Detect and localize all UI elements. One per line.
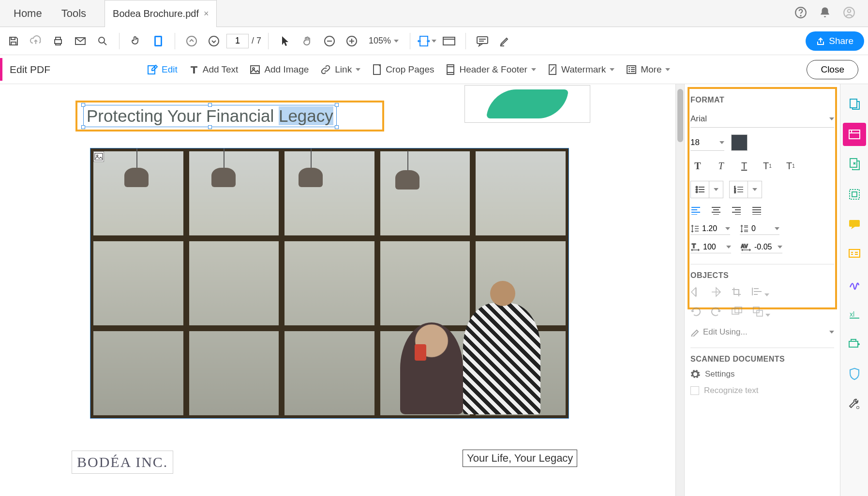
close-button[interactable]: Close: [807, 60, 858, 79]
rotate-cw-button[interactable]: [711, 306, 721, 319]
hand-tool-icon[interactable]: [298, 31, 317, 51]
edit-tool-more[interactable]: More: [626, 64, 670, 75]
edit-pdf-toolbar: Edit PDF Edit Add Text Add Image Link Cr…: [0, 55, 868, 84]
flip-vertical-button[interactable]: [690, 287, 701, 299]
tab-tools[interactable]: Tools: [52, 0, 96, 27]
arrange-button[interactable]: [752, 306, 770, 319]
rail-export-pdf-icon[interactable]: [843, 153, 866, 176]
search-icon[interactable]: [93, 31, 112, 51]
line-spacing-select[interactable]: 1.20: [690, 224, 730, 235]
rail-protect-icon[interactable]: [843, 363, 866, 386]
scrollbar-thumb[interactable]: [677, 89, 683, 142]
horizontal-scale-select[interactable]: T 100: [690, 243, 731, 253]
edit-tool-link[interactable]: Link: [320, 64, 360, 75]
heading-text-box[interactable]: Protecting Your Financial Legacy: [83, 105, 337, 127]
italic-button[interactable]: T: [714, 159, 728, 173]
scanned-settings-button[interactable]: Settings: [690, 369, 834, 379]
print-icon[interactable]: [48, 31, 68, 51]
align-objects-button[interactable]: [751, 287, 769, 299]
selection-handle[interactable]: [81, 125, 85, 129]
vertical-scrollbar[interactable]: [675, 84, 684, 496]
document-canvas[interactable]: Protecting Your Financial Legacy BODÉA I…: [0, 84, 675, 496]
add-text-label: Add Text: [203, 64, 239, 75]
save-icon[interactable]: [4, 31, 23, 51]
edit-tool-header-footer[interactable]: Header & Footer: [446, 64, 536, 75]
crop-object-button[interactable]: [731, 287, 742, 299]
zoom-out-icon[interactable]: [320, 31, 339, 51]
edit-tool-crop[interactable]: Crop Pages: [372, 64, 434, 75]
edit-tool-watermark[interactable]: Watermark: [548, 64, 614, 75]
zoom-select[interactable]: 105%: [364, 35, 403, 46]
bullet-list-button[interactable]: [690, 181, 723, 198]
comment-icon[interactable]: [473, 31, 492, 51]
font-color-swatch[interactable]: [731, 134, 748, 151]
cloud-upload-icon[interactable]: [26, 31, 45, 51]
chevron-down-icon: [778, 246, 782, 248]
font-family-select[interactable]: Arial: [690, 110, 834, 128]
rail-comment-icon[interactable]: [843, 213, 866, 236]
bell-icon[interactable]: [819, 6, 831, 21]
align-justify-button[interactable]: [751, 206, 762, 217]
tab-home[interactable]: Home: [4, 0, 52, 27]
rail-create-pdf-icon[interactable]: [843, 93, 866, 116]
share-button[interactable]: Share: [806, 31, 864, 51]
svg-rect-43: [849, 249, 860, 257]
checkbox[interactable]: [690, 386, 699, 395]
edit-using-button[interactable]: Edit Using...: [690, 327, 834, 337]
rail-print-prod-icon[interactable]: [843, 333, 866, 356]
read-mode-icon[interactable]: [439, 31, 459, 51]
page-display-icon[interactable]: [149, 31, 168, 51]
highlight-icon[interactable]: [495, 31, 514, 51]
rail-edit-pdf-icon[interactable]: [843, 123, 866, 146]
selection-handle[interactable]: [208, 125, 212, 129]
font-size-select[interactable]: 18: [690, 134, 724, 151]
page-up-icon[interactable]: [182, 31, 201, 51]
tagline-text-frame[interactable]: Your Life, Your Legacy: [463, 450, 577, 467]
align-right-button[interactable]: [731, 206, 742, 217]
replace-image-button[interactable]: [731, 306, 743, 319]
zoom-in-icon[interactable]: [342, 31, 361, 51]
select-tool-icon[interactable]: [275, 31, 295, 51]
underline-button[interactable]: T: [737, 159, 751, 173]
email-icon[interactable]: [71, 31, 90, 51]
rail-sign-icon[interactable]: [843, 273, 866, 296]
edit-tool-edit[interactable]: Edit: [147, 64, 178, 75]
document-image-frame[interactable]: [90, 148, 569, 419]
page-number-input[interactable]: [226, 34, 249, 48]
green-shape-frame[interactable]: [464, 85, 590, 123]
rail-organize-icon[interactable]: [843, 183, 866, 206]
recognize-text-checkbox[interactable]: Recognize text: [690, 386, 834, 395]
rotate-ccw-button[interactable]: [690, 306, 701, 319]
image-content: [390, 151, 424, 194]
rail-more-tools-icon[interactable]: [843, 393, 866, 416]
fit-width-icon[interactable]: [417, 31, 436, 51]
align-center-button[interactable]: [711, 206, 721, 217]
numbered-list-button[interactable]: 123: [729, 181, 762, 198]
align-left-button[interactable]: [690, 206, 701, 217]
selection-handle[interactable]: [335, 103, 339, 107]
edit-tool-add-text[interactable]: Add Text: [189, 64, 239, 75]
subscript-button[interactable]: T1: [783, 159, 798, 173]
tab-document[interactable]: Bodea Brochure.pdf ×: [105, 0, 217, 27]
separator: [175, 33, 175, 49]
profile-icon[interactable]: [843, 6, 855, 21]
watermark-label: Watermark: [561, 64, 606, 75]
rail-fill-sign-icon[interactable]: [843, 243, 866, 266]
superscript-button[interactable]: T1: [760, 159, 775, 173]
page-down-icon[interactable]: [204, 31, 224, 51]
edit-tool-add-image[interactable]: Add Image: [250, 64, 309, 75]
separator: [410, 33, 410, 49]
character-spacing-select[interactable]: AV -0.05: [741, 243, 782, 253]
bold-button[interactable]: T: [690, 159, 705, 173]
selection-handle[interactable]: [335, 125, 339, 129]
help-icon[interactable]: [794, 6, 807, 21]
tab-close-icon[interactable]: ×: [204, 9, 209, 19]
logo-text-frame[interactable]: BODÉA INC.: [72, 451, 173, 474]
flip-horizontal-button[interactable]: [711, 287, 721, 299]
rail-redact-icon[interactable]: xl: [843, 303, 866, 326]
svg-point-1: [800, 15, 801, 15]
selection-handle[interactable]: [81, 103, 85, 107]
touch-mode-icon[interactable]: [126, 31, 146, 51]
paragraph-spacing-select[interactable]: 0: [740, 224, 779, 235]
selection-handle[interactable]: [208, 103, 212, 107]
